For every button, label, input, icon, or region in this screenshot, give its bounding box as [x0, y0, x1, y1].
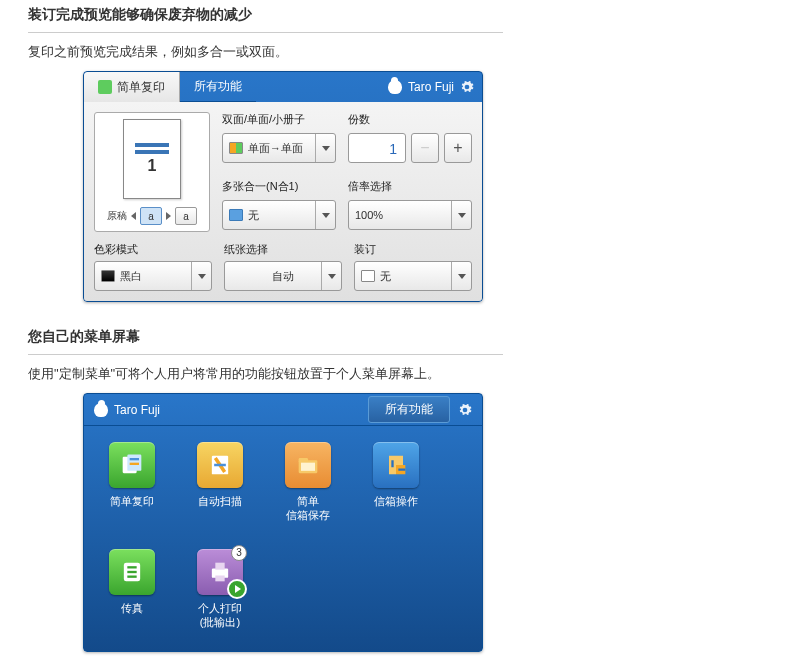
scan-tile-icon: [197, 442, 243, 488]
svg-rect-3: [130, 463, 139, 465]
color-value: 黑白: [120, 269, 142, 284]
bind-value: 无: [380, 269, 391, 284]
bind-select[interactable]: 无: [354, 261, 472, 291]
svg-rect-9: [127, 566, 136, 568]
panel2-header: Taro Fuji 所有功能: [84, 394, 482, 426]
copy-icon: [98, 80, 112, 94]
prev-icon[interactable]: [131, 212, 136, 220]
copy-settings-panel: 简单复印 所有功能 Taro Fuji 1 原稿: [83, 71, 483, 302]
app-label: 自动扫描: [198, 494, 242, 508]
copies-label: 份数: [348, 112, 472, 127]
copies-plus-button[interactable]: +: [444, 133, 472, 163]
chevron-down-icon: [315, 201, 335, 229]
app-label: 简单复印: [110, 494, 154, 508]
mailbox-tile-icon: [285, 442, 331, 488]
gear-icon[interactable]: [458, 403, 472, 417]
orientation-btn-2[interactable]: a: [175, 207, 197, 225]
tab-label: 简单复印: [117, 79, 165, 96]
user-icon: [94, 403, 108, 417]
play-overlay-icon: [227, 579, 247, 599]
app-fax[interactable]: 传真: [102, 549, 162, 630]
section1-desc: 复印之前预览完成结果，例如多合一或双面。: [28, 43, 790, 61]
chevron-down-icon: [451, 262, 471, 290]
ratio-label: 倍率选择: [348, 179, 472, 194]
orientation-btn-1[interactable]: a: [140, 207, 162, 225]
tab-simple-copy[interactable]: 简单复印: [84, 72, 180, 102]
fax-tile-icon: [109, 549, 155, 595]
app-label: 信箱操作: [374, 494, 418, 508]
all-functions-button[interactable]: 所有功能: [368, 396, 450, 423]
paper-label: 纸张选择: [224, 242, 342, 257]
ratio-select[interactable]: 100%: [348, 200, 472, 230]
paper-value: 自动: [272, 269, 294, 284]
section2-desc: 使用"定制菜单"可将个人用户将常用的功能按钮放置于个人菜单屏幕上。: [28, 365, 790, 383]
svg-rect-6: [299, 458, 308, 463]
color-label: 色彩模式: [94, 242, 212, 257]
gear-icon[interactable]: [460, 80, 474, 94]
duplex-label: 双面/单面/小册子: [222, 112, 336, 127]
app-mailbox-op[interactable]: 信箱操作: [366, 442, 426, 523]
original-label: 原稿: [107, 209, 127, 223]
print-tile-icon: 3: [197, 549, 243, 595]
bind-label: 装订: [354, 242, 472, 257]
section1-title: 装订完成预览能够确保废弃物的减少: [28, 0, 503, 33]
svg-rect-11: [127, 575, 136, 577]
panel-body: 1 原稿 a a 双面/单面/小册子 单面→单面: [84, 102, 482, 301]
app-label: 简单 信箱保存: [286, 494, 330, 523]
paper-select[interactable]: 自动: [224, 261, 342, 291]
user-area: Taro Fuji: [388, 80, 474, 94]
copies-input[interactable]: 1: [348, 133, 406, 163]
nup-icon: [229, 209, 243, 221]
svg-rect-7: [301, 463, 315, 471]
badge-count: 3: [231, 545, 247, 561]
nup-label: 多张合一(N合1): [222, 179, 336, 194]
app-simple-mailbox[interactable]: 简单 信箱保存: [278, 442, 338, 523]
svg-rect-13: [215, 562, 224, 569]
copies-minus-button[interactable]: −: [411, 133, 439, 163]
nup-select[interactable]: 无: [222, 200, 336, 230]
user-icon: [388, 80, 402, 94]
app-auto-scan[interactable]: 自动扫描: [190, 442, 250, 523]
next-icon[interactable]: [166, 212, 171, 220]
preview-box: 1 原稿 a a: [94, 112, 210, 232]
tab-all-functions[interactable]: 所有功能: [180, 72, 256, 102]
app-label: 传真: [121, 601, 143, 615]
color-select[interactable]: 黑白: [94, 261, 212, 291]
chevron-down-icon: [321, 262, 341, 290]
section2-title: 您自己的菜单屏幕: [28, 322, 503, 355]
duplex-select[interactable]: 单面→单面: [222, 133, 336, 163]
chevron-down-icon: [191, 262, 211, 290]
app-simple-copy[interactable]: 简单复印: [102, 442, 162, 523]
user-name: Taro Fuji: [114, 403, 160, 417]
app-label: 个人打印 (批输出): [198, 601, 242, 630]
copy-tile-icon: [109, 442, 155, 488]
page-thumbnail: 1: [123, 119, 181, 199]
svg-rect-2: [130, 458, 139, 460]
duplex-value: 单面→单面: [248, 141, 303, 156]
user-area: Taro Fuji: [94, 403, 160, 417]
icon-grid: 简单复印 自动扫描 简单 信箱保存 信箱操作: [84, 426, 482, 651]
app-personal-print[interactable]: 3 个人打印 (批输出): [190, 549, 250, 630]
page-number: 1: [148, 157, 157, 175]
user-name: Taro Fuji: [408, 80, 454, 94]
bind-icon: [361, 270, 375, 282]
mailbox-op-tile-icon: [373, 442, 419, 488]
chevron-down-icon: [315, 134, 335, 162]
panel-header: 简单复印 所有功能 Taro Fuji: [84, 72, 482, 102]
nup-value: 无: [248, 208, 259, 223]
ratio-value: 100%: [355, 209, 383, 221]
duplex-icon: [229, 142, 243, 154]
color-icon: [101, 270, 115, 282]
custom-menu-panel: Taro Fuji 所有功能 简单复印 自动扫描: [83, 393, 483, 652]
chevron-down-icon: [451, 201, 471, 229]
svg-rect-14: [215, 575, 224, 581]
svg-rect-10: [127, 570, 136, 572]
